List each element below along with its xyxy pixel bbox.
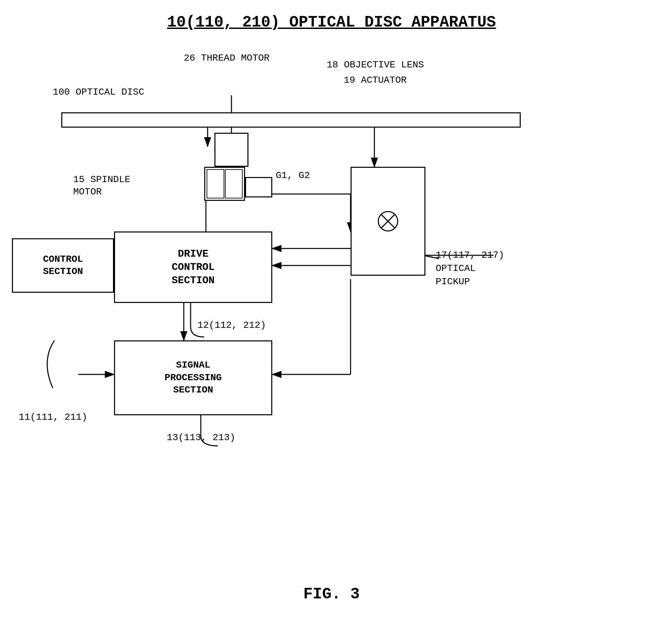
title-suffix: ) OPTICAL DISC APPARATUS [271, 14, 496, 31]
thread-motor-label: 26 THREAD MOTOR [184, 53, 270, 63]
title-comma: , [224, 14, 242, 31]
title-ref1: 110 [195, 14, 224, 31]
actuator-label: 19 ACTUATOR [344, 75, 407, 85]
signal-processing-block: SIGNALPROCESSINGSECTION [114, 340, 272, 415]
figure-label: FIG. 3 [0, 585, 663, 603]
optical-disc-bar [61, 112, 521, 128]
drive-control-ref: 12(112, 212) [197, 320, 266, 331]
page-title: 10(110, 210) OPTICAL DISC APPARATUS [167, 14, 496, 31]
optical-pickup-box [351, 167, 425, 276]
optical-disc-label: 100 OPTICAL DISC [53, 87, 144, 97]
spindle-motor-box [204, 167, 245, 201]
diagram-container: 10(110, 210) OPTICAL DISC APPARATUS [0, 0, 663, 644]
connector-box [245, 177, 272, 197]
signal-processing-ref: 13(113, 213) [167, 432, 236, 443]
spindle-motor-label: 15 SPINDLEMOTOR [73, 174, 130, 198]
objective-lens-label: 18 OBJECTIVE LENS [327, 60, 424, 70]
thread-motor-box [214, 133, 248, 167]
control-section-ref: 11(111, 211) [19, 412, 87, 422]
drive-control-block: DRIVECONTROLSECTION [114, 231, 272, 303]
g1g2-label: G1, G2 [276, 170, 310, 181]
control-section-block: CONTROLSECTION [12, 238, 114, 293]
title-prefix: 10 [167, 14, 186, 31]
optical-pickup-label: 17(117, 217)OPTICALPICKUP [436, 248, 504, 289]
title-ref2: 210 [242, 14, 271, 31]
title-refs: ( [186, 14, 195, 31]
